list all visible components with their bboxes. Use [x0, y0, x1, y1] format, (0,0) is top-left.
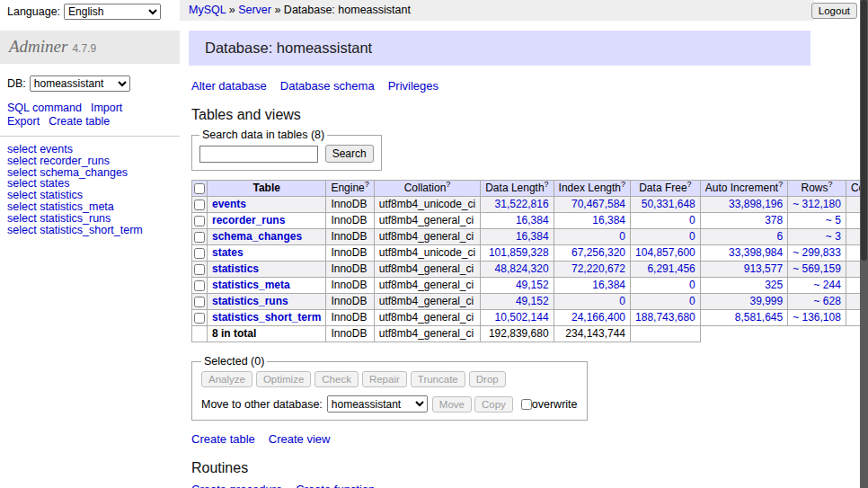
routine-link-create-function[interactable]: Create function — [296, 483, 375, 488]
rows-cell: ~ 628 — [788, 294, 846, 310]
sidebar-action-import[interactable]: Import — [91, 102, 122, 114]
index-length-link[interactable]: 72,220,672 — [571, 262, 625, 275]
sidebar-table-link-select-statistics-short-term[interactable]: select statistics_short_term — [7, 225, 173, 236]
vertical-scrollbar[interactable] — [860, 0, 868, 488]
move-button[interactable]: Move — [432, 396, 472, 413]
table-link-states[interactable]: states — [212, 246, 244, 259]
selected-button-truncate[interactable]: Truncate — [411, 371, 465, 387]
data-length-cell: 16,384 — [481, 229, 554, 245]
data-free-link[interactable]: 0 — [689, 279, 695, 291]
move-db-select[interactable]: homeassistant — [327, 395, 428, 413]
data-length-link[interactable]: 101,859,328 — [489, 246, 549, 259]
column-hint-icon: ? — [687, 180, 692, 189]
row-checkbox-recorder-runs[interactable] — [194, 216, 205, 226]
row-checkbox-states[interactable] — [194, 248, 205, 259]
tables-overview-table: TableEngine?Collation?Data Length?Index … — [191, 180, 868, 342]
rows-link[interactable]: ~ 3 — [826, 230, 841, 243]
row-checkbox-events[interactable] — [194, 200, 205, 210]
sidebar-table-link-select-recorder-runs[interactable]: select recorder_runs — [7, 155, 173, 167]
data-length-link[interactable]: 49,152 — [516, 279, 549, 291]
data-length-link[interactable]: 16,384 — [516, 214, 549, 226]
copy-button[interactable]: Copy — [474, 396, 513, 413]
data-length-link[interactable]: 10,502,144 — [495, 311, 549, 324]
index-length-link[interactable]: 24,166,400 — [571, 311, 625, 324]
create-link-create-view[interactable]: Create view — [269, 432, 331, 446]
row-checkbox-statistics[interactable] — [194, 264, 205, 275]
auto-increment-link[interactable]: 39,999 — [749, 295, 783, 307]
scrollbar-thumb[interactable] — [861, 0, 867, 261]
sidebar-action-export[interactable]: Export — [7, 115, 40, 128]
data-free-link[interactable]: 50,331,648 — [642, 198, 695, 210]
action-link-privileges[interactable]: Privileges — [388, 79, 438, 93]
sidebar-table-link-select-statistics-meta[interactable]: select statistics_meta — [7, 201, 173, 213]
selected-button-analyze[interactable]: Analyze — [201, 371, 252, 387]
auto-increment-link[interactable]: 6 — [776, 230, 783, 243]
logout-button[interactable]: Logout — [811, 3, 857, 19]
data-free-link[interactable]: 104,857,600 — [635, 246, 695, 259]
rows-link[interactable]: ~ 299,833 — [793, 246, 841, 259]
table-link-statistics-runs[interactable]: statistics_runs — [212, 295, 288, 307]
rows-link[interactable]: ~ 628 — [814, 295, 841, 307]
auto-increment-cell: 325 — [700, 278, 787, 294]
sidebar-table-link-select-statistics-runs[interactable]: select statistics_runs — [7, 213, 173, 225]
selected-legend: Selected (0) — [201, 355, 267, 368]
routine-link-create-procedure[interactable]: Create procedure — [191, 483, 282, 488]
row-checkbox-schema-changes[interactable] — [194, 232, 205, 243]
overwrite-checkbox[interactable] — [521, 399, 532, 410]
search-button[interactable]: Search — [325, 145, 374, 163]
selected-button-check[interactable]: Check — [314, 371, 359, 387]
row-checkbox-statistics-short-term[interactable] — [194, 313, 205, 324]
rows-link[interactable]: ~ 136,108 — [793, 311, 841, 324]
table-link-statistics[interactable]: statistics — [212, 262, 259, 275]
breadcrumb-link-server[interactable]: Server — [238, 4, 271, 16]
rows-link[interactable]: ~ 244 — [814, 279, 841, 291]
auto-increment-link[interactable]: 913,577 — [744, 262, 783, 275]
index-length-link[interactable]: 0 — [619, 230, 625, 243]
language-area: Language:English — [7, 4, 161, 20]
selected-button-optimize[interactable]: Optimize — [256, 371, 311, 387]
index-length-link[interactable]: 0 — [619, 295, 625, 307]
data-free-link[interactable]: 188,743,680 — [635, 311, 695, 324]
index-length-link[interactable]: 67,256,320 — [571, 246, 625, 259]
breadcrumb-link-mysql[interactable]: MySQL — [189, 4, 226, 16]
data-free-link[interactable]: 0 — [689, 230, 695, 243]
data-free-link[interactable]: 0 — [689, 214, 695, 226]
sidebar-table-link-select-events[interactable]: select events — [7, 144, 173, 155]
sidebar-action-create-table[interactable]: Create table — [49, 115, 110, 128]
auto-increment-link[interactable]: 33,898,196 — [729, 198, 783, 210]
table-link-statistics-meta[interactable]: statistics_meta — [212, 279, 290, 291]
select-all-checkbox[interactable] — [194, 183, 205, 194]
selected-button-repair[interactable]: Repair — [362, 371, 407, 387]
rows-link[interactable]: ~ 5 — [826, 214, 841, 226]
table-link-statistics-short-term[interactable]: statistics_short_term — [212, 311, 321, 324]
search-input[interactable] — [199, 146, 318, 163]
table-link-recorder-runs[interactable]: recorder_runs — [212, 214, 285, 226]
data-free-link[interactable]: 0 — [689, 295, 695, 307]
data-length-link[interactable]: 31,522,816 — [495, 198, 549, 210]
data-length-link[interactable]: 16,384 — [516, 230, 549, 243]
collation-cell: utf8mb4_general_ci — [374, 310, 480, 326]
sidebar-action-sql-command[interactable]: SQL command — [7, 102, 82, 114]
auto-increment-link[interactable]: 325 — [765, 279, 783, 291]
action-link-database-schema[interactable]: Database schema — [280, 79, 375, 93]
action-link-alter-database[interactable]: Alter database — [191, 79, 267, 93]
create-link-create-table[interactable]: Create table — [191, 432, 255, 446]
language-select[interactable]: English — [64, 4, 161, 20]
db-select[interactable]: homeassistant — [30, 75, 130, 92]
auto-increment-link[interactable]: 33,398,984 — [729, 246, 783, 259]
auto-increment-link[interactable]: 8,581,645 — [735, 311, 783, 324]
auto-increment-link[interactable]: 378 — [765, 214, 783, 226]
data-length-link[interactable]: 49,152 — [516, 295, 549, 307]
row-checkbox-statistics-meta[interactable] — [194, 280, 205, 291]
data-free-link[interactable]: 6,291,456 — [647, 262, 695, 275]
index-length-link[interactable]: 16,384 — [592, 214, 625, 226]
selected-button-drop[interactable]: Drop — [469, 371, 506, 387]
rows-link[interactable]: ~ 312,180 — [793, 198, 841, 210]
rows-link[interactable]: ~ 569,159 — [793, 262, 841, 275]
row-checkbox-statistics-runs[interactable] — [194, 297, 205, 307]
table-link-schema-changes[interactable]: schema_changes — [212, 230, 302, 243]
index-length-link[interactable]: 70,467,584 — [571, 198, 625, 210]
table-link-events[interactable]: events — [212, 198, 246, 210]
data-length-link[interactable]: 48,824,320 — [495, 262, 549, 275]
index-length-link[interactable]: 16,384 — [592, 279, 625, 291]
